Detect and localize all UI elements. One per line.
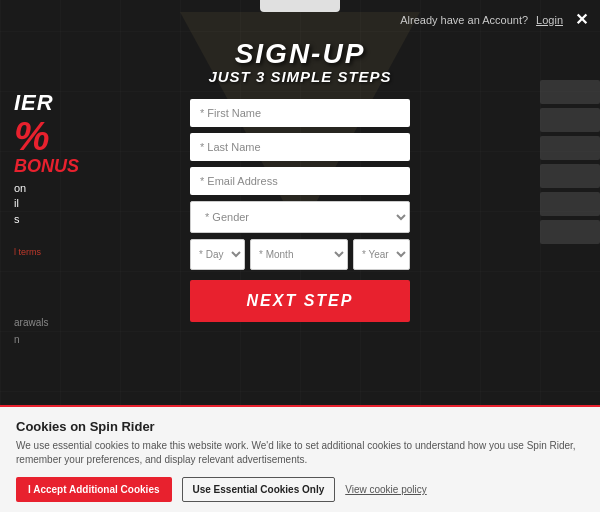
- account-text: Already have an Account?: [400, 14, 528, 26]
- right-item-6: [540, 220, 600, 244]
- right-item-4: [540, 164, 600, 188]
- view-policy-button[interactable]: View cookie policy: [345, 484, 427, 495]
- right-item-1: [540, 80, 600, 104]
- left-menu: arawals n: [14, 317, 176, 345]
- top-bar: Already have an Account? Login ✕: [0, 0, 600, 39]
- menu-item-3: n: [14, 334, 176, 345]
- right-item-2: [540, 108, 600, 132]
- month-select[interactable]: * Month JanuaryFebruaryMarch AprilMayJun…: [250, 239, 348, 270]
- close-button[interactable]: ✕: [575, 10, 588, 29]
- signup-form-panel: SIGN-UP JUST 3 SIMPLE STEPS * Gender Mal…: [190, 40, 410, 322]
- cookie-buttons: I Accept Additional Cookies Use Essentia…: [16, 477, 584, 502]
- accept-cookies-button[interactable]: I Accept Additional Cookies: [16, 477, 172, 502]
- sub-text: on il s: [14, 181, 176, 227]
- form-title: SIGN-UP: [190, 40, 410, 68]
- dob-row: * Day 1234567891011121314151617181920212…: [190, 239, 410, 270]
- right-item-5: [540, 192, 600, 216]
- bonus-label: BONUS: [14, 156, 176, 177]
- day-select[interactable]: * Day 1234567891011121314151617181920212…: [190, 239, 245, 270]
- right-item-3: [540, 136, 600, 160]
- form-subtitle: JUST 3 SIMPLE STEPS: [190, 68, 410, 85]
- menu-item-1: arawals: [14, 317, 176, 328]
- first-name-input[interactable]: [190, 99, 410, 127]
- gender-select[interactable]: * Gender Male Female Other: [190, 201, 410, 233]
- cookie-banner: Cookies on Spin Rider We use essential c…: [0, 405, 600, 512]
- last-name-input[interactable]: [190, 133, 410, 161]
- email-input[interactable]: [190, 167, 410, 195]
- year-select[interactable]: * Year 202420232022202120202019201820172…: [353, 239, 410, 270]
- bonus-percent: %: [14, 116, 176, 156]
- next-step-button[interactable]: NEXT STEP: [190, 280, 410, 322]
- essential-cookies-button[interactable]: Use Essential Cookies Only: [182, 477, 336, 502]
- terms-text: l terms: [14, 247, 176, 257]
- cookie-title: Cookies on Spin Rider: [16, 419, 584, 434]
- left-panel: IER % BONUS on il s l terms arawals n: [0, 80, 190, 361]
- right-panel: [540, 80, 600, 248]
- login-link[interactable]: Login: [536, 14, 563, 26]
- brand-text: IER: [14, 90, 176, 116]
- cookie-text: We use essential cookies to make this we…: [16, 439, 584, 467]
